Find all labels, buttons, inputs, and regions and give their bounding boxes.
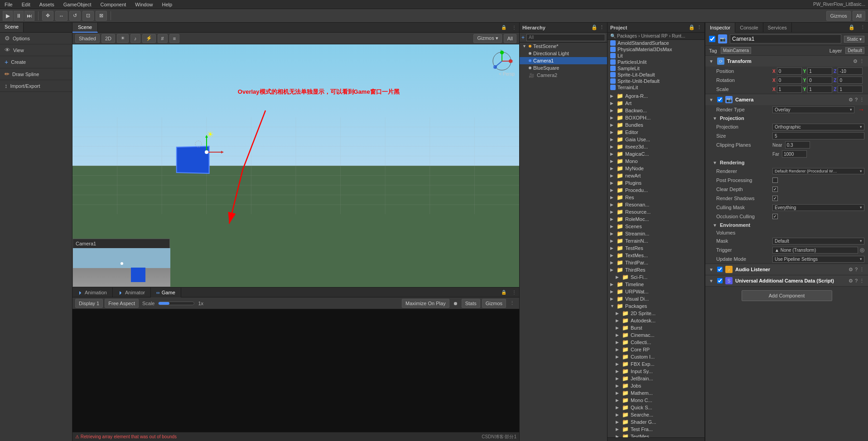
far-input[interactable] [782, 150, 807, 158]
project-item-gaiause[interactable]: ▶ 📁 Gaia Use... [608, 136, 704, 143]
transform-tool-5[interactable]: ⊠ [96, 11, 107, 21]
project-item-art[interactable]: ▶ 📁 Art [608, 100, 704, 107]
project-item-scenes[interactable]: ▶ 📁 Scenes [608, 223, 704, 230]
hierarchy-search[interactable] [526, 34, 605, 41]
camera-help[interactable]: ? [855, 97, 858, 103]
project-item-bundles[interactable]: ▶ 📁 Bundles [608, 121, 704, 129]
camera-header[interactable]: ▼ 📷 Camera ⚙ ? ⋮ [705, 94, 868, 105]
project-item-streamin[interactable]: ▶ 📁 Streamin... [608, 230, 704, 237]
near-input[interactable] [785, 141, 810, 149]
project-item-thirdpar[interactable]: ▶ 📁 ThirdPar... [608, 259, 704, 266]
project-item-burst[interactable]: ▶ 📁 Burst [608, 324, 704, 331]
occlusion-culling-checkbox[interactable] [772, 214, 778, 219]
project-item-thirdres[interactable]: ▶ 📁 ThirdRes [608, 266, 704, 273]
scene-tab-label[interactable]: Scene [72, 23, 98, 33]
2d-button[interactable]: 2D [101, 34, 115, 43]
urp-help[interactable]: ? [855, 278, 858, 284]
project-item-physical[interactable]: PhysicalMaterial3DsMax [608, 46, 704, 53]
static-badge[interactable]: Static ▾ [844, 36, 864, 43]
hierarchy-item-directional[interactable]: Directional Light [520, 50, 607, 57]
project-item-jetbrain[interactable]: ▶ 📁 JetBrain... [608, 375, 704, 382]
game-dots-icon[interactable]: ⋮ [509, 290, 519, 295]
post-processing-checkbox[interactable] [772, 177, 778, 183]
display-dropdown[interactable]: Display 1 [75, 299, 103, 308]
project-item-lit[interactable]: Lit [608, 53, 704, 59]
projection-section-header[interactable]: ▼ Projection [705, 114, 868, 122]
project-item-scifi[interactable]: ▶ 📁 Sci-Fi... [608, 273, 704, 281]
project-item-mathem[interactable]: ▶ 📁 Mathem... [608, 389, 704, 397]
render-shadows-checkbox[interactable] [772, 196, 778, 201]
scene-audio-btn[interactable]: ♪ [130, 34, 140, 43]
project-item-resource[interactable]: ▶ 📁 Resource... [608, 208, 704, 216]
menu-help[interactable]: Help [160, 2, 174, 7]
inspector-dots[interactable]: ⋮ [858, 24, 868, 30]
hierarchy-item-testscene[interactable]: ▼ TestScene* [520, 43, 607, 50]
project-item-inputsy[interactable]: ▶ 📁 Input Sy... [608, 368, 704, 375]
project-item-textmes[interactable]: ▶ 📁 TextMes... [608, 252, 704, 259]
object-active-checkbox[interactable] [709, 36, 715, 42]
trigger-pick[interactable]: ◎ [860, 247, 864, 253]
audio-menu[interactable]: ⋮ [859, 267, 864, 273]
audio-settings[interactable]: ⚙ [849, 267, 853, 273]
project-item-cinemac[interactable]: ▶ 📁 Cinemac... [608, 331, 704, 339]
project-item-backwo[interactable]: ▶ 📁 Backwo... [608, 107, 704, 114]
project-item-visual[interactable]: ▶ 📁 Visual Di... [608, 295, 704, 302]
gizmos-game-button[interactable]: Gizmos [482, 299, 506, 308]
gizmos-button[interactable]: Gizmos [826, 11, 850, 21]
project-item-mono[interactable]: ▶ 📁 Mono [608, 158, 704, 165]
scene-dots-icon[interactable]: ⋮ [509, 25, 519, 30]
menu-file[interactable]: File [3, 2, 14, 7]
project-item-timeline[interactable]: ▶ 📁 Timeline [608, 281, 704, 288]
project-item-terrainlit[interactable]: TerrainLit [608, 84, 704, 91]
project-item-monoc[interactable]: ▶ 📁 Mono C... [608, 397, 704, 404]
project-item-urpwat[interactable]: ▶ 📁 URPWat... [608, 288, 704, 295]
renderer-dropdown[interactable]: Default Renderer (Procedural Worlds Univ… [772, 168, 864, 174]
camera-settings[interactable]: ⚙ [849, 97, 853, 103]
scene-grid-btn[interactable]: # [158, 34, 168, 43]
project-item-magicac[interactable]: ▶ 📁 MagicaC... [608, 150, 704, 158]
pos-y-input[interactable] [807, 67, 832, 75]
project-item-sprite-lit[interactable]: Sprite-Lit-Default [608, 72, 704, 78]
urp-menu[interactable]: ⋮ [859, 278, 864, 284]
project-item-packages[interactable]: ▼ 📁 Packages [608, 302, 704, 310]
project-item-itseez[interactable]: ▶ 📁 itseez3d... [608, 143, 704, 150]
project-item-mynode[interactable]: ▶ 📁 MyNode [608, 165, 704, 172]
options-button[interactable]: ⚙ Options [0, 33, 72, 44]
scene-vfx-btn[interactable]: ⚡ [142, 34, 156, 43]
scale-z-input[interactable] [838, 86, 863, 93]
game-lock-icon[interactable]: 🔒 [498, 290, 509, 295]
camera-enabled-checkbox[interactable] [717, 97, 723, 102]
pause-button[interactable]: ⏸ [14, 11, 24, 21]
transform-header[interactable]: ▼ ⟳ Transform ⚙ ⋮ [705, 56, 868, 67]
hierarchy-lock[interactable]: 🔒 [591, 24, 598, 30]
project-item-testfra[interactable]: ▶ 📁 Test Fra... [608, 426, 704, 433]
project-item-samplelit[interactable]: SampleLit [608, 65, 704, 72]
add-component-button[interactable]: Add Component [742, 290, 832, 301]
scene-lock-icon[interactable]: 🔒 [498, 25, 509, 30]
menu-window[interactable]: Window [133, 2, 154, 7]
transform-tool-3[interactable]: ↺ [69, 11, 81, 21]
layer-dropdown[interactable]: Default [845, 47, 864, 54]
project-item-resonan[interactable]: ▶ 📁 Resonan... [608, 201, 704, 208]
environment-section-header[interactable]: ▼ Environment [705, 221, 868, 229]
pos-x-input[interactable] [777, 67, 802, 75]
hierarchy-item-camera1[interactable]: Camera1 [520, 57, 607, 64]
tab-inspector[interactable]: Inspector [705, 23, 735, 33]
gizmos-scene-button[interactable]: Gizmos ▾ [473, 34, 502, 43]
project-item-customi[interactable]: ▶ 📁 Custom I... [608, 353, 704, 360]
menu-gameobject[interactable]: GameObject [62, 2, 93, 7]
project-item-agorar[interactable]: ▶ 📁 Agora-R... [608, 92, 704, 100]
project-item-plugins[interactable]: ▶ 📁 Plugins [608, 179, 704, 187]
project-item-textmes2[interactable]: ▶ 📁 TextMes... [608, 433, 704, 437]
scene-extra-btn[interactable]: ≡ [169, 34, 179, 43]
project-lock[interactable]: 🔒 [689, 24, 695, 30]
project-item-core-rp[interactable]: ▶ 📁 Core RP [608, 346, 704, 353]
project-item-searche[interactable]: ▶ 📁 Searche... [608, 411, 704, 418]
update-mode-dropdown[interactable]: Use Pipeline Settings ▾ [772, 256, 864, 263]
project-item-editor[interactable]: ▶ 📁 Editor [608, 129, 704, 136]
project-item-testres[interactable]: ▶ 📁 TestRes [608, 244, 704, 252]
project-item-autodesk[interactable]: ▶ 📁 Autodesk... [608, 317, 704, 324]
game-menu-dots[interactable]: ⋮ [508, 300, 516, 306]
import-export-button[interactable]: ↕ Import/Export [0, 80, 72, 92]
urp-data-header[interactable]: ▼ S Universal Additional Camera Data (Sc… [705, 275, 868, 286]
